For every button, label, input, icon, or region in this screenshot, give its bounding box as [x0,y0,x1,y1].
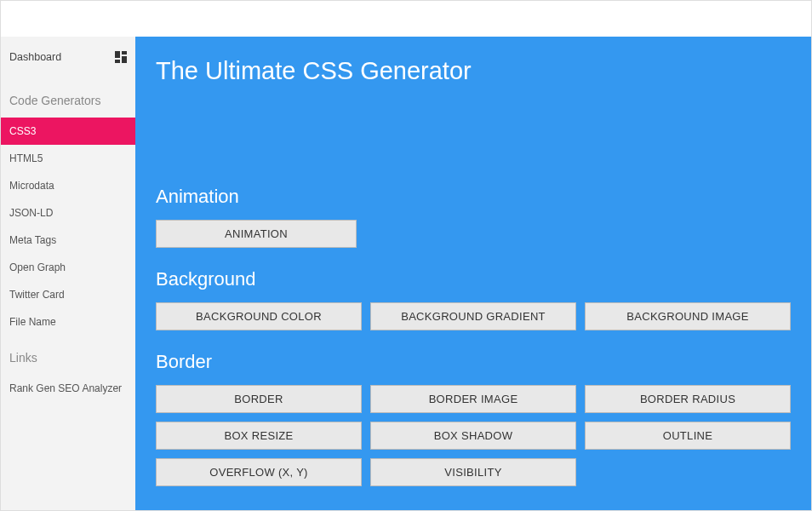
section-title-animation: Animation [156,186,791,208]
dashboard-label: Dashboard [9,51,61,63]
border-image-button[interactable]: BORDER IMAGE [370,385,576,413]
section-animation: Animation ANIMATION [156,186,791,248]
button-grid-border: BORDER BORDER IMAGE BORDER RADIUS BOX RE… [156,385,791,486]
section-title-border: Border [156,351,791,373]
main-content: The Ultimate CSS Generator Animation ANI… [135,37,811,511]
outline-button[interactable]: OUTLINE [585,422,791,450]
sidebar-header-links: Links [1,336,135,375]
layout: Dashboard Code Generators CSS3 HTML5 Mic… [1,37,811,511]
border-button[interactable]: BORDER [156,385,362,413]
sidebar-item-css3[interactable]: CSS3 [1,118,135,145]
button-row-animation: ANIMATION [156,220,791,248]
box-resize-button[interactable]: BOX RESIZE [156,422,362,450]
border-radius-button[interactable]: BORDER RADIUS [585,385,791,413]
box-shadow-button[interactable]: BOX SHADOW [370,422,576,450]
section-background: Background BACKGROUND COLOR BACKGROUND G… [156,268,791,330]
sidebar-header-code-generators: Code Generators [1,78,135,118]
section-title-background: Background [156,268,791,290]
sidebar-item-meta-tags[interactable]: Meta Tags [1,227,135,254]
top-bar [1,1,811,37]
background-color-button[interactable]: BACKGROUND COLOR [156,302,362,330]
sidebar-item-twitter-card[interactable]: Twitter Card [1,281,135,308]
overflow-button[interactable]: OVERFLOW (X, Y) [156,458,362,486]
page-title: The Ultimate CSS Generator [156,57,791,85]
button-grid-background: BACKGROUND COLOR BACKGROUND GRADIENT BAC… [156,302,791,330]
sidebar: Dashboard Code Generators CSS3 HTML5 Mic… [1,37,135,511]
sidebar-item-html5[interactable]: HTML5 [1,145,135,172]
visibility-button[interactable]: VISIBILITY [370,458,576,486]
sidebar-link-rank-gen[interactable]: Rank Gen SEO Analyzer [1,375,135,402]
sidebar-item-file-name[interactable]: File Name [1,308,135,336]
sidebar-item-open-graph[interactable]: Open Graph [1,254,135,281]
background-gradient-button[interactable]: BACKGROUND GRADIENT [370,302,576,330]
background-image-button[interactable]: BACKGROUND IMAGE [585,302,791,330]
sidebar-item-json-ld[interactable]: JSON-LD [1,199,135,227]
animation-button[interactable]: ANIMATION [156,220,357,248]
section-border: Border BORDER BORDER IMAGE BORDER RADIUS… [156,351,791,486]
dashboard-icon [115,51,127,63]
sidebar-item-microdata[interactable]: Microdata [1,172,135,199]
sidebar-item-dashboard[interactable]: Dashboard [1,37,135,78]
